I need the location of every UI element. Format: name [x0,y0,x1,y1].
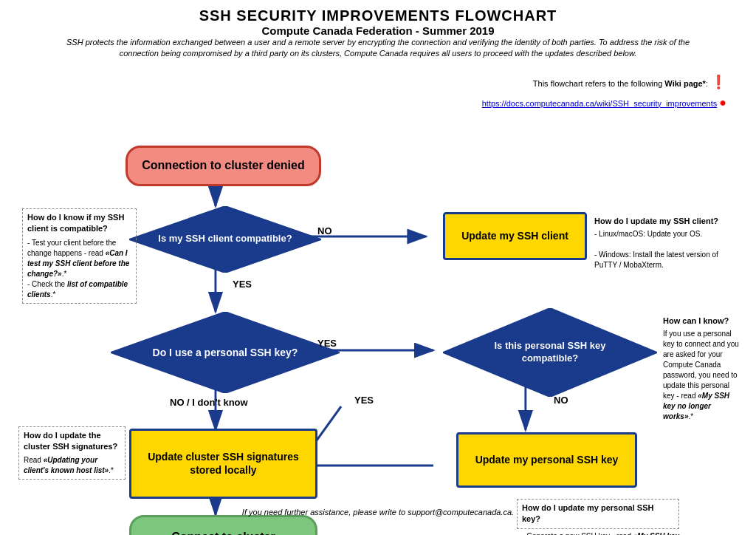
action1-box: Update my SSH client [443,212,587,260]
subtitle: Compute Canada Federation - Summer 2019 [15,24,741,37]
footer-text: If you need further assistance, please w… [15,508,741,517]
q1-diamond: Is my SSH client compatible? [129,206,321,273]
note-how-can-i-know: How can I know? If you use a personal ke… [663,316,741,422]
connect-box: Connect to cluster [129,515,317,535]
label-no1: NO [317,225,332,236]
page-title: SSH SECURITY IMPROVEMENTS FLOWCHART [15,7,741,24]
action2-box: Update cluster SSH signatures stored loc… [129,429,317,499]
q2-diamond: Do I use a personal SSH key? [111,312,340,393]
label-no-dont: NO / I don't know [170,397,248,408]
note-update-ssh-client: How do I update my SSH client? - Linux/m… [594,216,731,270]
q3-diamond: Is this personal SSH key compatible? [443,308,657,397]
note-update-personal-key: How do I update my personal SSH key? Gen… [517,499,679,535]
description: SSH protects the information exchanged b… [46,37,710,60]
label-yes1: YES [233,279,252,290]
label-no2: NO [554,395,568,406]
note-ssh-compatible: How do I know if my SSH client is compat… [22,208,137,304]
label-yes2: YES [317,338,337,349]
wiki-note: This flowchart refers to the following W… [482,72,726,112]
action3-box: Update my personal SSH key [456,432,637,488]
note-update-cluster-ssh: How do I update the cluster SSH signatur… [18,426,126,480]
label-yes3: YES [354,395,374,406]
connection-denied-box: Connection to cluster denied [126,146,321,186]
